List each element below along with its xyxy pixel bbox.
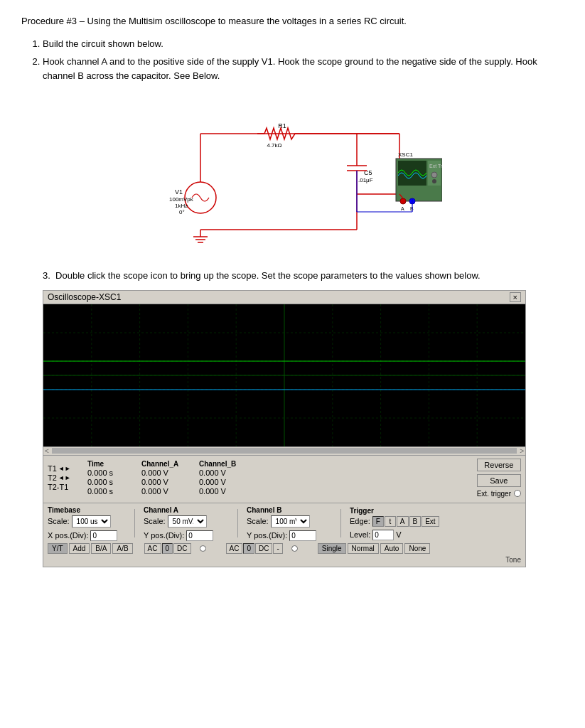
none-button[interactable]: None bbox=[404, 543, 430, 554]
channelA-ypos-label: Y pos.(Div): bbox=[144, 531, 184, 540]
channelB-ac-button[interactable]: AC bbox=[226, 543, 243, 554]
channelB-zero-button[interactable]: 0 bbox=[243, 543, 254, 554]
channelB-dash-button[interactable]: - bbox=[273, 543, 282, 554]
t2t1-va: 0.000 V bbox=[141, 487, 188, 496]
t1-va: 0.000 V bbox=[141, 469, 188, 477]
scope-close-button[interactable]: × bbox=[510, 292, 521, 302]
trigger-label: Trigger bbox=[350, 507, 442, 515]
svg-point-26 bbox=[431, 172, 437, 178]
channelA-col-header: Channel_A bbox=[141, 460, 188, 468]
channelA-dc-button[interactable]: DC bbox=[173, 543, 190, 554]
ext-trigger-radio[interactable] bbox=[514, 490, 521, 497]
svg-text:Ext Trg: Ext Trg bbox=[429, 164, 442, 169]
channelB-ypos-input[interactable] bbox=[289, 530, 316, 541]
trigger-edge-label: Edge: bbox=[350, 517, 370, 525]
channelA-scale-label: Scale: bbox=[144, 517, 166, 525]
scope-screen bbox=[43, 304, 525, 446]
svg-text:A: A bbox=[401, 206, 404, 211]
timebase-scale-label: Scale: bbox=[48, 517, 70, 525]
single-button[interactable]: Single bbox=[318, 543, 346, 554]
time-col-header: Time bbox=[87, 460, 130, 468]
channelB-dc-button[interactable]: DC bbox=[255, 543, 272, 554]
circuit-diagram: V1 100mVpk 1kHz 0° R1 4.7kΩ C5 .01μF bbox=[21, 91, 564, 255]
svg-text:.01μF: .01μF bbox=[358, 177, 373, 183]
t2t1-time: 0.000 s bbox=[87, 487, 130, 496]
reverse-button[interactable]: Reverse bbox=[477, 459, 521, 471]
procedure-title: Procedure #3 – Using the Multisim oscill… bbox=[21, 14, 564, 28]
timebase-xpos-label: X pos.(Div): bbox=[48, 531, 88, 540]
t1-time: 0.000 s bbox=[87, 469, 130, 477]
channelB-ypos-label: Y pos.(Div): bbox=[247, 531, 287, 540]
ab-button[interactable]: A/B bbox=[112, 543, 132, 554]
edge-f-button[interactable]: F bbox=[372, 516, 384, 527]
channelA-coupling-radio[interactable] bbox=[200, 545, 206, 552]
svg-point-28 bbox=[400, 198, 406, 204]
channelA-ac-button[interactable]: AC bbox=[144, 543, 161, 554]
t2t1-vb: 0.000 V bbox=[199, 487, 245, 496]
edge-b-button[interactable]: B bbox=[409, 516, 422, 527]
step-3: 3. Double click the scope icon to bring … bbox=[43, 269, 564, 283]
scope-titlebar: Oscilloscope-XSC1 × bbox=[43, 291, 525, 304]
scope-controls: Timebase Scale: 100 us/Div X pos.(Div): … bbox=[43, 503, 525, 567]
scope-data-panel: T1 ◄► T2 ◄► T2-T1 Time 0.000 s 0.000 s 0… bbox=[43, 455, 525, 503]
t2-time: 0.000 s bbox=[87, 478, 130, 486]
t1-vb: 0.000 V bbox=[199, 469, 245, 477]
channelA-ypos-input[interactable] bbox=[186, 530, 213, 541]
timebase-label: Timebase bbox=[48, 506, 126, 514]
trigger-mode-buttons: Single Normal Auto None bbox=[318, 543, 431, 554]
t2t1-label: T2-T1 bbox=[48, 483, 68, 491]
tone-label: Tone bbox=[505, 556, 521, 564]
step-2: Hook channel A and to the positive side … bbox=[43, 55, 564, 82]
channelA-scale-select[interactable]: 50 mV/Div bbox=[168, 515, 207, 528]
normal-button[interactable]: Normal bbox=[348, 543, 379, 554]
svg-text:4.7kΩ: 4.7kΩ bbox=[267, 142, 281, 149]
save-button[interactable]: Save bbox=[477, 474, 521, 487]
add-button[interactable]: Add bbox=[69, 543, 90, 554]
channelB-scale-select[interactable]: 100 mV/Div bbox=[271, 515, 310, 528]
edge-t-button[interactable]: t bbox=[385, 516, 396, 527]
yt-button[interactable]: Y/T bbox=[48, 543, 68, 554]
channelB-label: Channel B bbox=[247, 506, 332, 514]
t1-label: T1 bbox=[48, 464, 57, 473]
channelB-scale-label: Scale: bbox=[247, 517, 269, 525]
r1-label: R1 bbox=[278, 122, 286, 129]
timebase-xpos-input[interactable] bbox=[90, 530, 117, 541]
timebase-scale-select[interactable]: 100 us/Div bbox=[72, 515, 111, 528]
t2-vb: 0.000 V bbox=[199, 478, 245, 486]
ext-trigger-label: Ext. trigger bbox=[477, 490, 511, 498]
scope-scrollbar[interactable]: < > bbox=[43, 446, 525, 455]
auto-button[interactable]: Auto bbox=[380, 543, 404, 554]
trigger-level-label: Level: bbox=[350, 530, 370, 539]
step-1: Build the circuit shown below. bbox=[43, 37, 564, 51]
channelA-label: Channel A bbox=[144, 506, 229, 514]
steps-list: Build the circuit shown below. Hook chan… bbox=[43, 37, 564, 83]
t2-label: T2 bbox=[48, 473, 57, 482]
xsc1-label: XSC1 bbox=[398, 151, 413, 158]
channelA-zero-button[interactable]: 0 bbox=[162, 543, 173, 554]
svg-text:100mVpk: 100mVpk bbox=[169, 196, 194, 203]
edge-ext-button[interactable]: Ext bbox=[422, 516, 439, 527]
t2-va: 0.000 V bbox=[141, 478, 188, 486]
channelA-coupling: AC 0 DC bbox=[144, 543, 191, 554]
svg-text:1kHz: 1kHz bbox=[175, 203, 188, 209]
trigger-level-input[interactable] bbox=[372, 530, 394, 540]
oscilloscope-window: Oscilloscope-XSC1 × bbox=[43, 290, 526, 567]
scope-title: Oscilloscope-XSC1 bbox=[48, 292, 121, 302]
svg-text:0°: 0° bbox=[179, 209, 185, 215]
svg-point-27 bbox=[432, 179, 436, 183]
edge-a-button[interactable]: A bbox=[397, 516, 409, 527]
v1-label: V1 bbox=[175, 188, 183, 196]
channelB-col-header: Channel_B bbox=[199, 460, 245, 468]
channelB-coupling-radio[interactable] bbox=[291, 545, 298, 552]
ba-button[interactable]: B/A bbox=[91, 543, 111, 554]
channelB-coupling: AC 0 DC - bbox=[226, 543, 283, 554]
trigger-level-unit: V bbox=[396, 530, 401, 539]
